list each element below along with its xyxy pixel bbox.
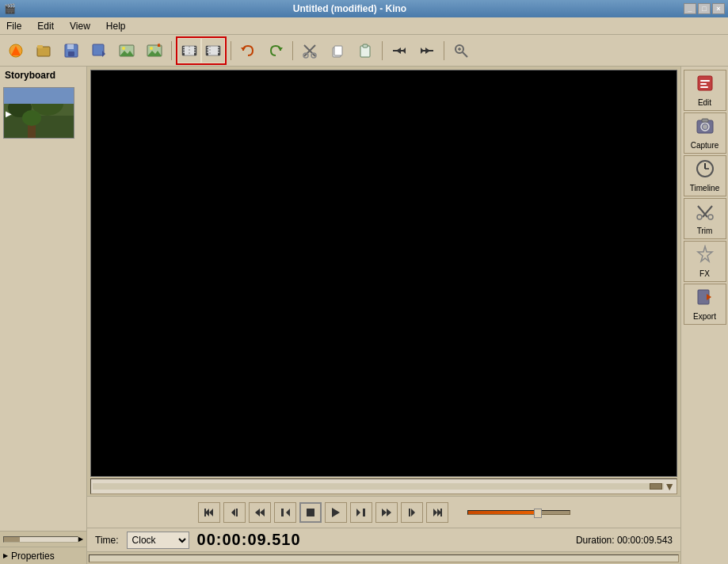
svg-point-97 <box>697 215 702 219</box>
volume-fill <box>468 511 539 514</box>
step-back-button[interactable] <box>274 502 296 523</box>
save-as-button[interactable] <box>86 39 112 63</box>
timeline-scroll-right-icon[interactable]: ▼ <box>664 480 675 493</box>
sidebar-scroll-area: ▶ <box>0 531 86 547</box>
new-button[interactable] <box>3 39 29 63</box>
svg-rect-87 <box>700 86 708 88</box>
storyboard-area[interactable]: ▶ <box>0 84 86 531</box>
save-button[interactable] <box>59 39 84 63</box>
status-bar: Time: Clock Timecode Frames 00:00:09.510… <box>87 528 680 551</box>
menu-file[interactable]: File <box>3 20 25 32</box>
prev-marker-button[interactable] <box>223 502 246 523</box>
menu-view[interactable]: View <box>67 20 93 32</box>
export-panel-button[interactable]: Export <box>684 284 726 325</box>
fx-panel-button[interactable]: FX <box>684 241 726 282</box>
export-panel-icon <box>696 288 715 311</box>
svg-marker-51 <box>425 48 430 54</box>
svg-marker-71 <box>286 509 290 516</box>
properties-label: Properties <box>11 551 55 562</box>
timeline-scrollbar-track[interactable] <box>93 483 664 490</box>
svg-marker-38 <box>278 48 283 51</box>
film-tool-2[interactable] <box>202 39 224 63</box>
svg-rect-21 <box>183 49 185 51</box>
edit-panel-button[interactable]: Edit <box>684 70 726 111</box>
film-tool-1[interactable] <box>178 39 200 63</box>
svg-marker-67 <box>231 509 235 516</box>
timeline-panel-icon <box>696 159 715 182</box>
timeline-scrollbar-area[interactable]: ▼ <box>90 478 677 494</box>
sidebar-scroll-right[interactable]: ▶ <box>78 535 83 543</box>
transport-bar <box>87 496 680 528</box>
trim-panel-icon <box>696 202 715 225</box>
export-image-button[interactable] <box>114 39 139 63</box>
go-start-button[interactable] <box>198 502 220 523</box>
undo-button[interactable] <box>235 39 261 63</box>
open-button[interactable] <box>31 39 56 63</box>
right-panel: Edit Capture Timeline Trim FX <box>680 67 728 564</box>
svg-rect-66 <box>204 509 206 516</box>
zoom-button[interactable] <box>448 39 474 63</box>
paste-button[interactable] <box>353 39 378 63</box>
move-right-button[interactable] <box>414 39 440 63</box>
svg-marker-37 <box>241 48 246 51</box>
preview-area: ▼ <box>87 67 680 564</box>
play-button[interactable] <box>325 502 347 523</box>
svg-rect-91 <box>702 119 708 122</box>
timeline-panel-button[interactable]: Timeline <box>684 155 726 196</box>
svg-rect-6 <box>68 51 74 56</box>
svg-rect-80 <box>409 509 410 516</box>
timeline-panel-label: Timeline <box>690 184 719 192</box>
bottom-scrollbar[interactable] <box>87 551 680 564</box>
svg-line-95 <box>698 206 707 217</box>
properties-arrow-icon: ▶ <box>3 552 8 559</box>
capture-panel-button[interactable]: Capture <box>684 112 726 154</box>
trim-panel-button[interactable]: Trim <box>684 198 726 239</box>
minimize-button[interactable]: _ <box>684 3 696 14</box>
svg-point-98 <box>708 215 713 219</box>
svg-rect-73 <box>307 509 314 516</box>
svg-rect-23 <box>194 47 196 48</box>
volume-thumb[interactable] <box>534 509 542 518</box>
storyboard-item-1[interactable]: ▶ <box>3 87 74 139</box>
time-format-select[interactable]: Clock Timecode Frames <box>127 532 189 549</box>
rewind-button[interactable] <box>249 502 271 523</box>
menu-edit[interactable]: Edit <box>34 20 57 32</box>
cut-button[interactable] <box>297 39 322 63</box>
svg-rect-33 <box>218 47 219 48</box>
svg-rect-76 <box>363 509 365 516</box>
sidebar-scrollbar[interactable] <box>3 536 78 543</box>
timeline-scrollbar-handle[interactable] <box>650 483 662 490</box>
properties-bar[interactable]: ▶ Properties <box>0 547 86 564</box>
duration-display: Duration: 00:00:09.543 <box>576 535 673 546</box>
toolbar-sep-1 <box>171 41 172 60</box>
bottom-scrollbar-track[interactable] <box>89 554 679 562</box>
next-marker-button[interactable] <box>401 502 423 523</box>
step-forward-button[interactable] <box>350 502 372 523</box>
go-end-button[interactable] <box>426 502 448 523</box>
menu-help[interactable]: Help <box>103 20 129 32</box>
svg-rect-20 <box>183 47 185 48</box>
fast-forward-button[interactable] <box>375 502 398 523</box>
sidebar-scrollbar-thumb <box>4 537 20 542</box>
svg-rect-24 <box>194 49 196 51</box>
copy-button[interactable] <box>325 39 350 63</box>
svg-rect-5 <box>67 44 74 49</box>
window-controls: _ □ × <box>684 3 728 14</box>
main-area: Storyboard ▶ <box>0 67 728 564</box>
maximize-button[interactable]: □ <box>698 3 711 14</box>
current-time-display: 00:00:09.510 <box>197 531 301 549</box>
svg-marker-74 <box>332 508 340 517</box>
stop-button[interactable] <box>299 502 322 523</box>
svg-rect-86 <box>700 83 707 85</box>
svg-rect-35 <box>218 51 219 53</box>
toolbar-sep-2 <box>231 41 231 60</box>
toolbar-sep-3 <box>292 41 293 60</box>
volume-track[interactable] <box>467 510 570 515</box>
sidebar: Storyboard ▶ <box>0 67 87 564</box>
svg-rect-34 <box>218 49 219 51</box>
trim-panel-label: Trim <box>697 227 713 235</box>
close-button[interactable]: × <box>712 3 725 14</box>
redo-button[interactable] <box>263 39 288 63</box>
import-button[interactable] <box>142 39 167 63</box>
move-left-button[interactable] <box>387 39 412 63</box>
